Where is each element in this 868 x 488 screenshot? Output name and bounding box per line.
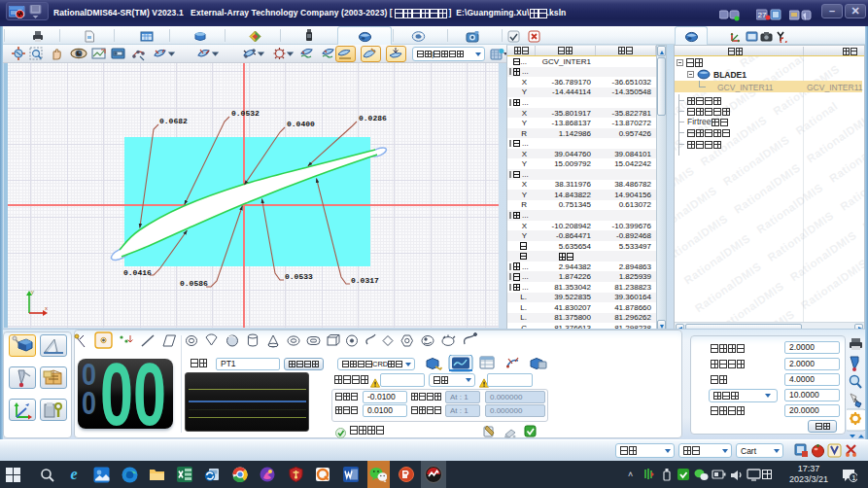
svg-text:y: y [31,289,34,295]
svg-text:1: 1 [851,473,856,482]
svg-text:27: 27 [758,11,767,19]
svg-text:x: x [45,305,48,311]
